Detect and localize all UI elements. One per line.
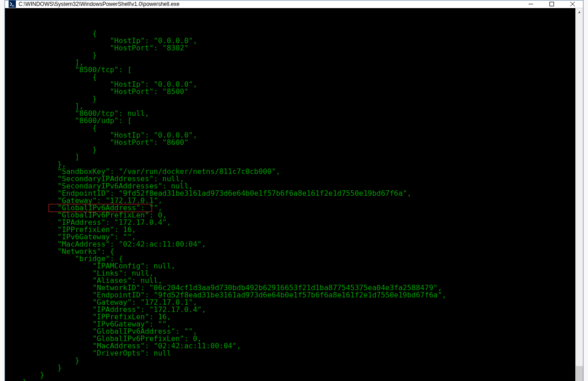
scroll-thumb[interactable] (576, 366, 583, 381)
terminal-line: } (5, 379, 575, 381)
terminal-area: { "HostIp": "0.0.0.0", "HostPort": "8302… (5, 8, 583, 381)
background-right-gutter (583, 0, 588, 381)
maximize-button[interactable] (541, 0, 562, 8)
background-left-gutter (0, 0, 5, 381)
terminal-line: } (5, 95, 575, 103)
scroll-track[interactable] (576, 16, 583, 381)
terminal-line: } (5, 371, 575, 379)
minimize-button[interactable] (520, 0, 541, 8)
titlebar[interactable]: C:\WINDOWS\System32\WindowsPowerShell\v1… (5, 0, 583, 8)
window-controls (520, 0, 583, 8)
vertical-scrollbar[interactable]: ▲ ▼ (575, 8, 583, 381)
svg-rect-0 (550, 2, 554, 6)
terminal-line: } (5, 146, 575, 153)
terminal-line: } (5, 357, 575, 364)
close-button[interactable] (562, 0, 583, 8)
scroll-up-arrow[interactable]: ▲ (576, 8, 583, 16)
window-title: C:\WINDOWS\System32\WindowsPowerShell\v1… (19, 1, 520, 7)
terminal-line: ] (5, 153, 575, 161)
powershell-window: C:\WINDOWS\System32\WindowsPowerShell\v1… (5, 0, 583, 381)
terminal-line: "DriverOpts": null (5, 350, 575, 357)
powershell-icon (9, 0, 16, 8)
terminal-line: } (5, 364, 575, 371)
terminal-output[interactable]: { "HostIp": "0.0.0.0", "HostPort": "8302… (5, 8, 575, 381)
terminal-line: } (5, 52, 575, 59)
